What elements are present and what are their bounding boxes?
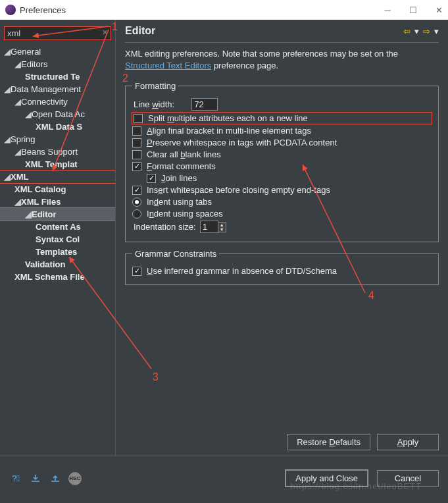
filter-box: ✕ — [4, 26, 111, 40]
indent-spaces-radio[interactable] — [132, 209, 141, 219]
format-comments-checkbox[interactable] — [132, 162, 141, 171]
line-width-label: Line width: — [134, 99, 174, 109]
line-width-input[interactable] — [191, 98, 218, 111]
indent-size-label: Indentation size: — [134, 222, 196, 232]
tree-item-validation[interactable]: Validation — [0, 258, 115, 271]
window-title: Preferences — [20, 5, 66, 15]
preserve-ws-checkbox[interactable] — [132, 138, 141, 147]
tree-item-xml-schema[interactable]: XML Schema File — [0, 271, 115, 283]
tree-item-xml[interactable]: ◢XML — [0, 171, 115, 183]
insert-ws-row[interactable]: Insert whitespace before closing empty e… — [132, 185, 432, 195]
insert-ws-label: Insert whitespace before closing empty e… — [147, 185, 330, 195]
tree-item-xml-templat[interactable]: XML Templat — [0, 158, 115, 171]
indent-tabs-label: Indent using tabs — [147, 197, 212, 207]
use-inferred-checkbox[interactable] — [132, 267, 141, 276]
back-dropdown-icon[interactable]: ▾ — [414, 26, 419, 36]
back-icon[interactable]: ⇦ — [403, 26, 411, 36]
filter-input[interactable] — [5, 27, 111, 40]
indent-spaces-label: Indent using spaces — [147, 209, 223, 219]
titlebar: Preferences ─ ☐ ✕ — [0, 0, 448, 20]
spinner-up-icon[interactable]: ▲ — [218, 223, 226, 227]
tree-item-syntax-coloring[interactable]: Syntax Col — [0, 233, 115, 246]
sidebar: ✕ ◢General ◢Editors Structured Te ◢Data … — [0, 20, 116, 456]
join-lines-row[interactable]: Join lines — [132, 173, 432, 183]
tree-item-xml-data[interactable]: XML Data S — [0, 120, 115, 133]
spinner-down-icon[interactable]: ▼ — [218, 227, 226, 232]
join-lines-checkbox[interactable] — [147, 174, 156, 183]
help-icon[interactable]: ?⃝ — [9, 472, 22, 485]
restore-defaults-button[interactable]: Restore Defaults — [287, 434, 370, 450]
indent-tabs-row[interactable]: Indent using tabs — [132, 197, 432, 207]
split-attributes-checkbox[interactable] — [134, 114, 143, 123]
insert-ws-checkbox[interactable] — [132, 186, 141, 195]
watermark: https://blog.csdn.net/leoBETT — [290, 481, 422, 491]
rec-icon[interactable]: REC — [68, 472, 82, 485]
tree-item-open-data[interactable]: ◢Open Data Ac — [0, 108, 115, 120]
page-header: Editor ⇦ ▾ ⇨ ▾ — [125, 25, 439, 43]
align-bracket-row[interactable]: Align final bracket in multi-line elemen… — [132, 126, 432, 136]
page-button-bar: Restore Defaults Apply — [125, 427, 439, 450]
split-attributes-row[interactable]: Split multiple attributes each on a new … — [132, 113, 432, 124]
tree-item-connectivity[interactable]: ◢Connectivity — [0, 95, 115, 108]
main-panel: Editor ⇦ ▾ ⇨ ▾ XML editing preferences. … — [116, 20, 448, 456]
apply-button[interactable]: Apply — [377, 434, 439, 450]
tree-item-structured[interactable]: Structured Te — [0, 70, 115, 83]
dialog-footer: ?⃝ REC Apply and Close Cancel — [0, 456, 448, 500]
close-button[interactable]: ✕ — [436, 5, 443, 15]
tree-item-data-management[interactable]: ◢Data Management — [0, 83, 115, 95]
intro-text: XML editing preferences. Note that some … — [125, 48, 439, 72]
format-comments-row[interactable]: Format comments — [132, 161, 432, 171]
grammar-group: Grammar Constraints Use inferred grammar… — [125, 249, 439, 285]
preserve-ws-label: Preserve whitespace in tags with PCDATA … — [147, 138, 337, 147]
format-comments-label: Format comments — [147, 161, 216, 171]
tree-item-xml-catalog[interactable]: XML Catalog — [0, 183, 115, 196]
align-bracket-checkbox[interactable] — [132, 126, 141, 136]
formatting-group: Formatting Line width: Split multiple at… — [125, 81, 439, 242]
nav-arrows: ⇦ ▾ ⇨ ▾ — [403, 26, 439, 36]
clear-blank-row[interactable]: Clear all blank lines — [132, 149, 432, 159]
align-bracket-label: Align final bracket in multi-line elemen… — [147, 126, 311, 136]
tree-item-spring[interactable]: ◢Spring — [0, 133, 115, 146]
import-icon[interactable] — [29, 472, 42, 485]
tree-item-content-assist[interactable]: Content As — [0, 221, 115, 233]
tree-item-editor[interactable]: ◢Editor — [0, 208, 115, 221]
clear-blank-label: Clear all blank lines — [147, 149, 221, 159]
indent-size-input[interactable] — [200, 221, 218, 233]
forward-icon[interactable]: ⇨ — [423, 26, 430, 36]
use-inferred-label: Use inferred grammar in absence of DTD/S… — [147, 266, 337, 276]
use-inferred-row[interactable]: Use inferred grammar in absence of DTD/S… — [132, 266, 432, 276]
content-area: ✕ ◢General ◢Editors Structured Te ◢Data … — [0, 20, 448, 456]
forward-dropdown-icon[interactable]: ▾ — [434, 26, 439, 36]
indent-size-row: Indentation size: ▲▼ — [132, 221, 432, 233]
grammar-legend: Grammar Constraints — [132, 249, 219, 259]
indent-size-spinner[interactable]: ▲▼ — [200, 221, 226, 233]
maximize-button[interactable]: ☐ — [409, 5, 417, 15]
footer-icons: ?⃝ REC — [9, 472, 82, 485]
tree-item-beans[interactable]: ◢Beans Support — [0, 146, 115, 158]
tree-item-xml-files[interactable]: ◢XML Files — [0, 196, 115, 208]
line-width-row: Line width: — [132, 98, 432, 111]
indent-spaces-row[interactable]: Indent using spaces — [132, 209, 432, 219]
minimize-button[interactable]: ─ — [385, 5, 391, 15]
clear-filter-icon[interactable]: ✕ — [102, 28, 108, 37]
page-title: Editor — [125, 25, 155, 37]
split-attributes-label: Split multiple attributes each on a new … — [148, 113, 308, 123]
tree-item-general[interactable]: ◢General — [0, 45, 115, 58]
preserve-ws-row[interactable]: Preserve whitespace in tags with PCDATA … — [132, 138, 432, 147]
tree-item-templates[interactable]: Templates — [0, 246, 115, 258]
join-lines-label: Join lines — [161, 173, 197, 183]
export-icon[interactable] — [49, 472, 62, 485]
window-controls: ─ ☐ ✕ — [385, 5, 443, 15]
structured-editors-link[interactable]: Structured Text Editors — [125, 61, 211, 70]
formatting-legend: Formatting — [132, 81, 178, 91]
indent-tabs-radio[interactable] — [132, 198, 141, 207]
eclipse-icon — [5, 5, 16, 15]
tree-item-editors[interactable]: ◢Editors — [0, 58, 115, 70]
clear-blank-checkbox[interactable] — [132, 150, 141, 159]
preference-tree: ◢General ◢Editors Structured Te ◢Data Ma… — [0, 44, 115, 284]
